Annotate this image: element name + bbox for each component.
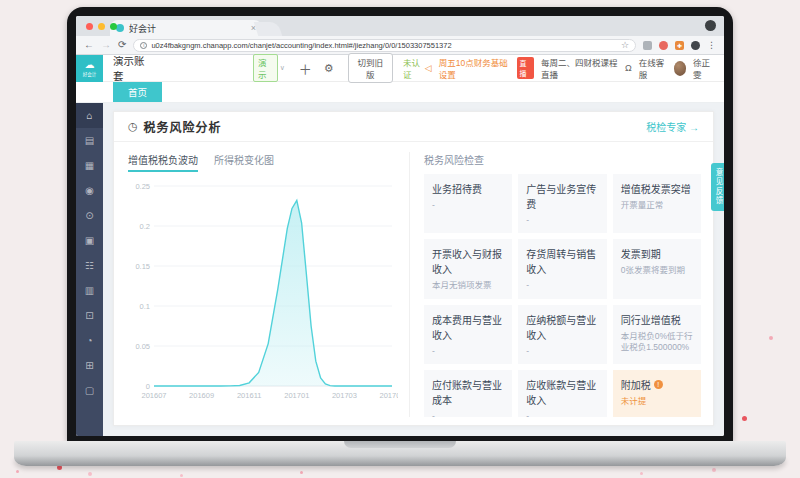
tax-risk-card: ◷ 税务风险分析 税检专家 → 增值税税负波动所得税变化图 00.050.10.… — [113, 111, 714, 426]
sidebar-item-ledger[interactable]: ▥ — [76, 278, 103, 303]
history-icon: ◔ — [86, 335, 92, 346]
sidebar-item-invoice[interactable]: ▣ — [76, 228, 103, 253]
warning-icon: ! — [654, 380, 663, 389]
site-info-icon[interactable]: i — [140, 42, 147, 49]
user-avatar[interactable] — [674, 61, 686, 76]
risk-cell[interactable]: 开票收入与财报收入本月无销项发票 — [424, 239, 512, 298]
address-bar[interactable]: i u0z4fbakgngm.chanapp.com/chanjet/accou… — [133, 39, 636, 52]
tax-expert-link[interactable]: 税检专家 → — [646, 119, 699, 134]
new-tab-button[interactable] — [254, 22, 283, 36]
sidebar-item-contacts[interactable]: ☷ — [76, 253, 103, 278]
close-window-button[interactable] — [86, 23, 93, 30]
live-badge: 直播 — [517, 57, 535, 79]
tab-favicon-icon — [116, 24, 124, 32]
chart-tab-1[interactable]: 所得税变化图 — [214, 152, 274, 172]
svg-text:201705: 201705 — [379, 391, 398, 400]
browser-menu-icon[interactable]: ⋮ — [707, 40, 716, 50]
bookmark-star-icon[interactable]: ☆ — [621, 40, 629, 50]
risk-cell-title: 业务招待费 — [432, 181, 504, 196]
risk-cell[interactable]: 应收账款与营业收入- — [518, 370, 606, 417]
screen: 好会计 × ← → ⟳ i u0z4fbakgngm.chanapp.com/c… — [76, 16, 724, 436]
cloud-icon: ☁ — [85, 60, 95, 70]
risk-check-grid: 业务招待费-广告与业务宣传费-增值税发票突增开票量正常开票收入与财报收入本月无销… — [424, 174, 701, 417]
sidebar-item-archive[interactable]: ▢ — [76, 378, 103, 403]
chevron-down-icon[interactable]: ∨ — [280, 64, 285, 72]
extension-icon[interactable] — [675, 41, 684, 50]
contacts-icon: ☷ — [85, 260, 94, 271]
switch-old-version-button[interactable]: 切到旧版 — [348, 53, 393, 83]
browser-profile-icon[interactable] — [705, 20, 716, 31]
course-live-link[interactable]: 每周二、四财税课程直播 — [541, 56, 618, 80]
risk-cell-title: 增值税发票突增 — [621, 181, 693, 196]
forward-button[interactable]: → — [101, 40, 111, 50]
sidebar-item-reports[interactable]: ▦ — [76, 153, 103, 178]
browser-tab[interactable]: 好会计 × — [110, 20, 262, 36]
sidebar-item-home[interactable]: ⌂ — [76, 103, 103, 128]
chart-pane: 增值税税负波动所得税变化图 00.050.10.150.20.252016072… — [128, 152, 410, 417]
svg-text:201703: 201703 — [332, 391, 357, 400]
svg-text:0: 0 — [146, 382, 150, 391]
svg-text:201609: 201609 — [189, 391, 214, 400]
risk-cell[interactable]: 广告与业务宣传费- — [518, 174, 606, 233]
announcement-speaker-icon: ◁ — [425, 63, 432, 73]
announcement-link[interactable]: 周五10点财务基础设置 — [439, 56, 510, 80]
gear-icon[interactable]: ⚙ — [324, 62, 334, 75]
risk-cell[interactable]: 发票到期0张发票将要到期 — [613, 239, 701, 298]
minimize-window-button[interactable] — [98, 23, 105, 30]
risk-cell[interactable]: 同行业增值税本月税负0%低于行业税负1.500000% — [613, 305, 701, 364]
risk-cell[interactable]: 应纳税额与营业收入- — [518, 305, 606, 364]
extension-icon[interactable] — [691, 41, 700, 50]
risk-cell[interactable]: 应付账款与营业成本- — [424, 370, 512, 417]
sidebar-item-cash[interactable]: ◉ — [76, 178, 103, 203]
clock-icon: ◷ — [128, 120, 138, 133]
reload-button[interactable]: ⟳ — [118, 40, 126, 50]
reports-icon: ▦ — [85, 160, 94, 171]
sidebar-item-voucher[interactable]: ▤ — [76, 128, 103, 153]
page-tab-strip: 首页 — [76, 82, 724, 103]
tab-home[interactable]: 首页 — [113, 82, 162, 102]
maximize-window-button[interactable] — [110, 23, 117, 30]
risk-cell-value: 本月无销项发票 — [432, 280, 504, 291]
sidebar-item-settings[interactable]: ⊞ — [76, 353, 103, 378]
feedback-float-widget[interactable]: 意见反馈 — [711, 163, 724, 211]
window-controls[interactable] — [86, 23, 117, 30]
risk-cell[interactable]: 附加税!未计提 — [613, 370, 701, 417]
laptop-screen: 好会计 × ← → ⟳ i u0z4fbakgngm.chanapp.com/c… — [67, 7, 733, 441]
confetti-dot — [88, 472, 92, 476]
risk-cell-value: 本月税负0%低于行业税负1.500000% — [621, 331, 693, 354]
certification-status[interactable]: 未认证 — [403, 56, 425, 80]
risk-cell[interactable]: 业务招待费- — [424, 174, 512, 233]
content-area: ◷ 税务风险分析 税检专家 → 增值税税负波动所得税变化图 00.050.10.… — [103, 103, 724, 436]
risk-cell-title: 应付账款与营业成本 — [432, 377, 504, 407]
risk-cell-value: - — [526, 280, 598, 291]
risk-cell[interactable]: 存货周转与销售收入- — [518, 239, 606, 298]
card-title: 税务风险分析 — [144, 118, 222, 135]
chart-tabs: 增值税税负波动所得税变化图 — [128, 152, 401, 172]
period-badge[interactable]: 演示 — [253, 54, 278, 82]
add-button[interactable]: ＋ — [299, 59, 312, 78]
risk-cell-title: 存货周转与销售收入 — [526, 246, 598, 276]
settings-icon: ⊞ — [85, 360, 93, 371]
sidebar: ⌂▤▦◉⊙▣☷▥⊡◔⊞▢ — [76, 103, 103, 436]
risk-check-title: 税务风险检查 — [424, 152, 701, 167]
sidebar-item-print[interactable]: ⊡ — [76, 303, 103, 328]
extension-icon[interactable] — [643, 41, 652, 50]
svg-text:0.2: 0.2 — [140, 222, 150, 231]
extension-icon[interactable] — [659, 41, 668, 50]
app-logo[interactable]: ☁ 好会计 — [76, 55, 103, 82]
risk-check-pane: 税务风险检查 业务招待费-广告与业务宣传费-增值税发票突增开票量正常开票收入与财… — [410, 152, 713, 417]
risk-cell-value: - — [432, 411, 504, 417]
svg-text:0.25: 0.25 — [135, 182, 150, 191]
back-button[interactable]: ← — [84, 40, 94, 50]
confetti-dot — [742, 416, 747, 421]
risk-cell[interactable]: 增值税发票突增开票量正常 — [613, 174, 701, 233]
user-name[interactable]: 徐正雯 — [693, 56, 714, 80]
sidebar-item-tax[interactable]: ⊙ — [76, 203, 103, 228]
risk-cell-title: 应纳税额与营业收入 — [526, 312, 598, 342]
sidebar-item-history[interactable]: ◔ — [76, 328, 103, 353]
online-service-link[interactable]: 在线客服 — [639, 56, 667, 80]
url-text[interactable]: u0z4fbakgngm.chanapp.com/chanjet/account… — [151, 41, 617, 50]
chart-tab-0[interactable]: 增值税税负波动 — [128, 152, 198, 172]
risk-cell-title: 广告与业务宣传费 — [526, 181, 598, 211]
risk-cell[interactable]: 成本费用与营业收入- — [424, 305, 512, 364]
